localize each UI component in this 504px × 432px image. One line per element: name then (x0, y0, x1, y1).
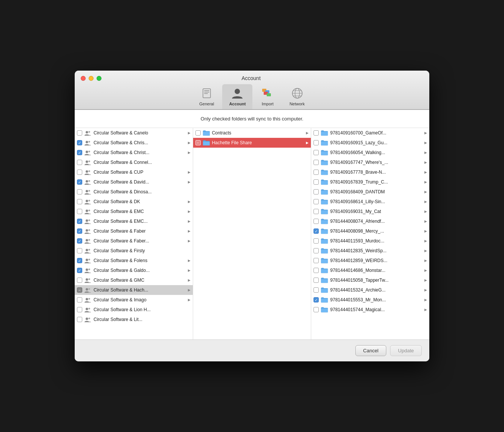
checkbox[interactable]: ✓ (313, 228, 319, 234)
checkbox[interactable] (313, 140, 319, 145)
cancel-button[interactable]: Cancel (355, 345, 386, 356)
list-item[interactable]: ✓ Circular Software & Galdo...▶ (75, 265, 193, 275)
svg-point-52 (86, 318, 88, 320)
checkbox[interactable]: ✓ (77, 150, 82, 155)
checkbox[interactable] (313, 278, 319, 283)
list-item[interactable]: 9781444008074_Afriendf...▶ (311, 216, 429, 226)
list-item[interactable]: Circular Software & Imago▶ (75, 295, 193, 305)
list-item[interactable]: ✓ Circular Software & David...▶ (75, 177, 193, 187)
checkbox[interactable]: ✓ (77, 258, 82, 263)
checkbox[interactable] (77, 209, 82, 214)
content-area: Only checked folders will sync to this c… (75, 110, 429, 339)
list-item[interactable]: ✓ Circular Software & Faber...▶ (75, 236, 193, 246)
list-item[interactable]: 9781409160915_Lazy_Gu...▶ (311, 138, 429, 148)
list-item[interactable]: 9781444015058_TapperTw...▶ (311, 275, 429, 285)
list-item[interactable]: ✓ Circular Software & Faber▶ (75, 226, 193, 236)
close-button[interactable] (81, 76, 86, 81)
checkbox[interactable] (313, 150, 319, 155)
list-item[interactable]: 9781409168614_Lilly-Sin...▶ (311, 197, 429, 207)
checkbox[interactable]: − (77, 287, 82, 293)
maximize-button[interactable] (97, 76, 101, 81)
list-item[interactable]: ✓ Circular Software & EMC...▶ (75, 216, 193, 226)
list-item[interactable]: 9781444012835_WeirdSp...▶ (311, 246, 429, 256)
checkbox[interactable] (313, 248, 319, 253)
list-item[interactable]: Circular Software & DK▶ (75, 197, 193, 207)
checkbox[interactable] (77, 160, 82, 165)
list-item[interactable]: 9781444014686_Monstar...▶ (311, 265, 429, 275)
list-item[interactable]: Circular Software & Lion H... (75, 305, 193, 315)
checkbox[interactable] (77, 317, 82, 322)
tab-network[interactable]: Network (283, 84, 311, 109)
list-item[interactable]: ✓ Circular Software & Folens▶ (75, 256, 193, 265)
svg-point-23 (88, 170, 90, 172)
svg-point-34 (86, 229, 88, 231)
checkbox[interactable] (313, 199, 319, 204)
checkbox[interactable] (77, 297, 82, 302)
tab-import[interactable]: Import (254, 84, 281, 109)
checkbox[interactable] (77, 189, 82, 194)
checkbox[interactable]: ✓ (77, 219, 82, 224)
list-item[interactable]: ✓ 9781444008098_Mercy_...▶ (311, 226, 429, 236)
minimize-button[interactable] (89, 76, 94, 81)
checkbox[interactable] (313, 179, 319, 185)
list-item[interactable]: − Hachette File Share▶ (193, 138, 311, 148)
list-item[interactable]: Circular Software & Firsty (75, 246, 193, 256)
checkbox[interactable] (77, 307, 82, 312)
folder-icon (321, 297, 328, 303)
checkbox[interactable] (313, 268, 319, 273)
checkbox[interactable] (313, 258, 319, 263)
checkbox[interactable] (313, 130, 319, 136)
list-item[interactable]: Contracts▶ (193, 128, 311, 138)
tab-general[interactable]: General (192, 84, 221, 109)
item-label: Circular Software & David... (94, 179, 187, 185)
checkbox[interactable]: ✓ (77, 179, 82, 185)
list-item[interactable]: 9781409169031_My_Cat▶ (311, 207, 429, 216)
list-item[interactable]: 9781409168409_DANTDM▶ (311, 187, 429, 197)
folder-icon (321, 169, 328, 175)
update-button[interactable]: Update (390, 345, 422, 356)
checkbox[interactable] (77, 170, 82, 175)
checkbox[interactable]: − (195, 140, 201, 145)
checkbox[interactable] (77, 278, 82, 283)
checkbox[interactable]: ✓ (313, 297, 319, 302)
list-item[interactable]: Circular Software & Dinosa... (75, 187, 193, 197)
list-item[interactable]: 9781444015744_Magical...▶ (311, 305, 429, 315)
checkbox[interactable] (77, 248, 82, 253)
checkbox[interactable] (313, 287, 319, 293)
list-item[interactable]: 9781444015324_ArchieG...▶ (311, 285, 429, 295)
checkbox[interactable]: ✓ (77, 238, 82, 244)
list-item[interactable]: ✓ Circular Software & Christ...▶ (75, 148, 193, 157)
list-item[interactable]: ✓ 9781444015553_Mr_Mon...▶ (311, 295, 429, 305)
list-item[interactable]: 9781409167747_Where's_...▶ (311, 157, 429, 167)
list-item[interactable]: 9781409160700_GameOf...▶ (311, 128, 429, 138)
list-item[interactable]: Circular Software & GMC▶ (75, 275, 193, 285)
checkbox[interactable] (313, 238, 319, 244)
checkbox[interactable] (77, 199, 82, 204)
checkbox[interactable]: ✓ (77, 268, 82, 273)
checkbox[interactable] (195, 130, 201, 136)
folder-icon (321, 248, 328, 254)
list-item[interactable]: 9781409167778_Brave-N...▶ (311, 167, 429, 177)
list-item[interactable]: 9781409167839_Trump_C...▶ (311, 177, 429, 187)
list-item[interactable]: 9781444011593_Murdoc...▶ (311, 236, 429, 246)
list-item[interactable]: Circular Software & CUP▶ (75, 167, 193, 177)
checkbox[interactable] (313, 307, 319, 312)
checkbox[interactable] (313, 189, 319, 194)
checkbox[interactable]: ✓ (77, 228, 82, 234)
list-item[interactable]: Circular Software & EMC▶ (75, 207, 193, 216)
list-item[interactable]: Circular Software & Lit... (75, 315, 193, 324)
tab-account[interactable]: Account (222, 84, 252, 109)
checkbox[interactable] (313, 160, 319, 165)
checkbox[interactable] (77, 130, 82, 136)
checkbox[interactable] (313, 209, 319, 214)
checkbox[interactable] (313, 219, 319, 224)
list-item[interactable]: − Circular Software & Hach...▶ (75, 285, 193, 295)
checkbox[interactable]: ✓ (77, 140, 82, 145)
list-item[interactable]: 9781409166054_Walking...▶ (311, 148, 429, 157)
item-label: 9781444014686_Monstar... (330, 268, 424, 273)
list-item[interactable]: ✓ Circular Software & Chris...▶ (75, 138, 193, 148)
list-item[interactable]: 9781444012859_WEIRDS...▶ (311, 256, 429, 265)
list-item[interactable]: Circular Software & Canelo▶ (75, 128, 193, 138)
checkbox[interactable] (313, 170, 319, 175)
list-item[interactable]: Circular Software & Connel... (75, 157, 193, 167)
